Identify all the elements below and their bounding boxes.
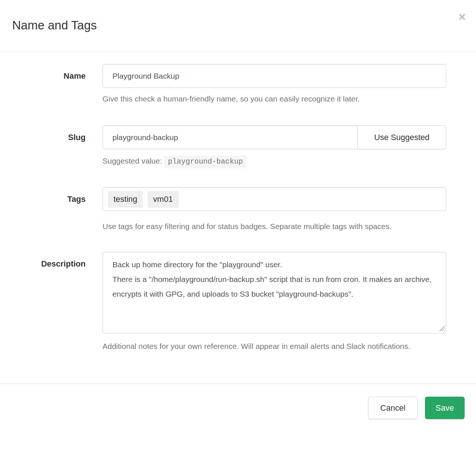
name-label: Name [0,64,86,106]
slug-input[interactable] [102,125,358,149]
close-icon[interactable]: × [458,10,466,23]
tags-input[interactable]: testing vm01 [102,187,446,211]
description-help-text: Additional notes for your own reference.… [102,339,446,354]
slug-field-row: Slug Use Suggested Suggested value: play… [0,125,476,168]
suggested-value-code: playground-backup [164,156,246,168]
dialog-footer: Cancel Save [0,383,476,419]
tags-field-row: Tags testing vm01 Use tags for easy filt… [0,187,476,234]
description-textarea[interactable]: Back up home directory for the "playgrou… [102,252,446,333]
slug-help-text: Suggested value: playground-backup [102,154,446,168]
slug-label: Slug [0,125,86,168]
dialog-title: Name and Tags [12,18,464,32]
name-field-row: Name Give this check a human-friendly na… [0,64,476,106]
tag-chip[interactable]: vm01 [148,191,178,208]
description-input-col: Back up home directory for the "playgrou… [102,252,446,354]
name-input[interactable] [102,64,446,88]
dialog-body: Name Give this check a human-friendly na… [0,52,476,354]
description-label: Description [0,252,86,354]
description-field-row: Description Back up home directory for t… [0,252,476,354]
name-and-tags-dialog: Name and Tags × Name Give this check a h… [0,0,476,461]
slug-input-group: Use Suggested [102,125,446,149]
tag-chip[interactable]: testing [108,191,143,208]
slug-input-col: Use Suggested Suggested value: playgroun… [102,125,446,168]
save-button[interactable]: Save [425,397,465,419]
suggested-value-prefix: Suggested value: [102,157,162,165]
tags-input-col: testing vm01 Use tags for easy filtering… [102,187,446,234]
name-help-text: Give this check a human-friendly name, s… [102,92,446,106]
dialog-header: Name and Tags × [0,0,476,52]
use-suggested-button[interactable]: Use Suggested [357,125,446,149]
tags-label: Tags [0,187,86,234]
tags-help-text: Use tags for easy filtering and for stat… [102,219,437,234]
name-input-col: Give this check a human-friendly name, s… [102,64,446,106]
cancel-button[interactable]: Cancel [368,397,417,419]
